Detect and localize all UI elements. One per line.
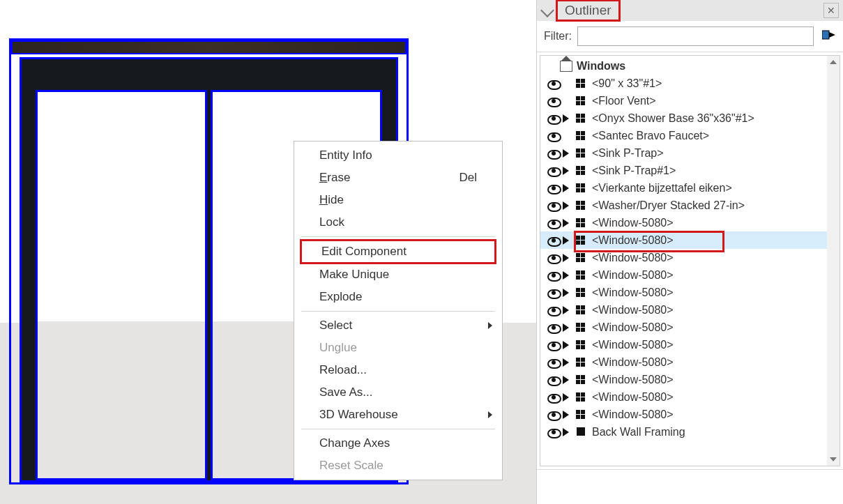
tree-item-label: <Floor Vent> — [592, 95, 656, 107]
tree-row[interactable]: <Onyx Shower Base 36"x36"#1> — [540, 109, 827, 127]
expand-icon[interactable] — [561, 219, 572, 227]
tree-root[interactable]: Windows — [540, 57, 827, 75]
visibility-icon[interactable] — [546, 234, 561, 247]
tree-row[interactable]: <Vierkante bijzettafel eiken> — [540, 179, 827, 197]
expand-icon[interactable] — [561, 114, 572, 123]
tree-row[interactable]: <Window-5080> — [540, 266, 827, 284]
expand-icon[interactable] — [561, 323, 572, 332]
expand-icon[interactable] — [561, 341, 572, 349]
visibility-icon[interactable] — [546, 287, 561, 299]
tree-row[interactable]: <Window-5080> — [540, 388, 827, 406]
tree-row[interactable]: <Washer/Dryer Stacked 27-in> — [540, 197, 827, 214]
collapse-icon[interactable] — [540, 3, 554, 17]
tree-row[interactable]: <Santec Bravo Faucet> — [540, 127, 827, 144]
filter-input[interactable] — [577, 26, 814, 46]
component-icon — [575, 218, 588, 228]
expand-icon[interactable] — [561, 358, 572, 367]
ctx-make-unique[interactable]: Make Unique — [294, 264, 502, 286]
visibility-icon[interactable] — [546, 77, 561, 90]
visibility-icon[interactable] — [546, 269, 561, 282]
scroll-up-icon[interactable] — [827, 56, 840, 68]
ctx-reload-[interactable]: Reload... — [294, 359, 502, 381]
viewport-canvas[interactable]: Entity InfoEraseDelHideLockEdit Componen… — [0, 0, 536, 504]
expand-icon[interactable] — [561, 167, 572, 175]
visibility-icon[interactable] — [546, 356, 561, 369]
visibility-icon[interactable] — [546, 374, 561, 386]
expand-icon[interactable] — [561, 411, 572, 419]
component-icon — [575, 270, 588, 280]
panel-header: Outliner ✕ — [537, 0, 843, 21]
ctx-erase[interactable]: EraseDel — [294, 167, 502, 189]
visibility-icon[interactable] — [546, 130, 561, 142]
component-icon — [575, 96, 588, 106]
tree-row[interactable]: <Window-5080> — [540, 371, 827, 388]
expand-icon[interactable] — [561, 271, 572, 280]
visibility-icon[interactable] — [546, 408, 561, 421]
tree-item-label: <Window-5080> — [592, 252, 674, 264]
ctx-hide[interactable]: Hide — [294, 189, 502, 211]
filter-label: Filter: — [544, 30, 572, 43]
visibility-icon[interactable] — [546, 426, 561, 438]
expand-icon[interactable] — [561, 236, 572, 245]
visibility-icon[interactable] — [546, 147, 561, 160]
tree-row[interactable]: <Floor Vent> — [540, 92, 827, 109]
visibility-icon[interactable] — [546, 95, 561, 107]
visibility-icon[interactable] — [546, 339, 561, 351]
ctx-3d-warehouse[interactable]: 3D Warehouse — [294, 404, 502, 426]
expand-icon[interactable] — [561, 254, 572, 262]
tree-item-label: <Window-5080> — [592, 374, 674, 386]
tree-row[interactable]: <Sink P-Trap> — [540, 144, 827, 162]
tree-row[interactable]: Back Wall Framing — [540, 423, 827, 441]
tree-row[interactable]: <Window-5080> — [540, 336, 827, 353]
scroll-track[interactable] — [827, 68, 840, 453]
tree-row[interactable]: <90" x 33"#1> — [540, 75, 827, 92]
visibility-icon[interactable] — [546, 252, 561, 264]
tree-row[interactable]: <Window-5080> — [540, 301, 827, 319]
visibility-icon[interactable] — [546, 217, 561, 229]
tree-row[interactable]: <Window-5080> — [540, 249, 827, 266]
tree-row[interactable]: <Window-5080> — [540, 231, 827, 249]
visibility-icon[interactable] — [546, 182, 561, 194]
ctx-edit-component[interactable]: Edit Component — [300, 239, 496, 264]
outliner-tree[interactable]: Windows<90" x 33"#1><Floor Vent><Onyx Sh… — [540, 56, 827, 466]
ctx-change-axes[interactable]: Change Axes — [294, 432, 502, 455]
home-icon — [560, 61, 572, 72]
scrollbar[interactable] — [827, 56, 840, 466]
visibility-icon[interactable] — [546, 391, 561, 404]
scroll-down-icon[interactable] — [827, 453, 840, 466]
component-icon — [575, 131, 588, 141]
ctx-entity-info[interactable]: Entity Info — [294, 144, 502, 167]
expand-icon[interactable] — [561, 149, 572, 158]
component-icon — [575, 183, 588, 193]
ctx-select[interactable]: Select — [294, 314, 502, 337]
tree-row[interactable]: <Window-5080> — [540, 319, 827, 336]
expand-icon[interactable] — [561, 428, 572, 436]
component-icon — [575, 79, 588, 89]
visibility-icon[interactable] — [546, 304, 561, 316]
tree-row[interactable]: <Window-5080> — [540, 406, 827, 423]
component-icon — [575, 288, 588, 298]
visibility-icon[interactable] — [546, 165, 561, 177]
component-icon — [575, 340, 588, 350]
tree-row[interactable]: <Sink P-Trap#1> — [540, 162, 827, 179]
expand-icon[interactable] — [561, 306, 572, 314]
tree-row[interactable]: <Window-5080> — [540, 284, 827, 301]
expand-icon[interactable] — [561, 393, 572, 402]
tree-row[interactable]: <Window-5080> — [540, 214, 827, 231]
group-icon — [575, 427, 588, 437]
ctx-lock[interactable]: Lock — [294, 211, 502, 234]
visibility-icon[interactable] — [546, 199, 561, 212]
ctx-save-as-[interactable]: Save As... — [294, 381, 502, 404]
close-icon[interactable]: ✕ — [823, 3, 839, 18]
visibility-icon[interactable] — [546, 321, 561, 334]
visibility-icon[interactable] — [546, 112, 561, 125]
ctx-reset-scale: Reset Scale — [294, 455, 502, 477]
panel-title: Outliner — [556, 0, 621, 22]
expand-icon[interactable] — [561, 289, 572, 297]
tree-row[interactable]: <Window-5080> — [540, 353, 827, 371]
ctx-explode[interactable]: Explode — [294, 286, 502, 308]
expand-icon[interactable] — [561, 184, 572, 192]
expand-icon[interactable] — [561, 201, 572, 210]
expand-icon[interactable] — [561, 376, 572, 384]
details-icon[interactable] — [822, 29, 836, 44]
